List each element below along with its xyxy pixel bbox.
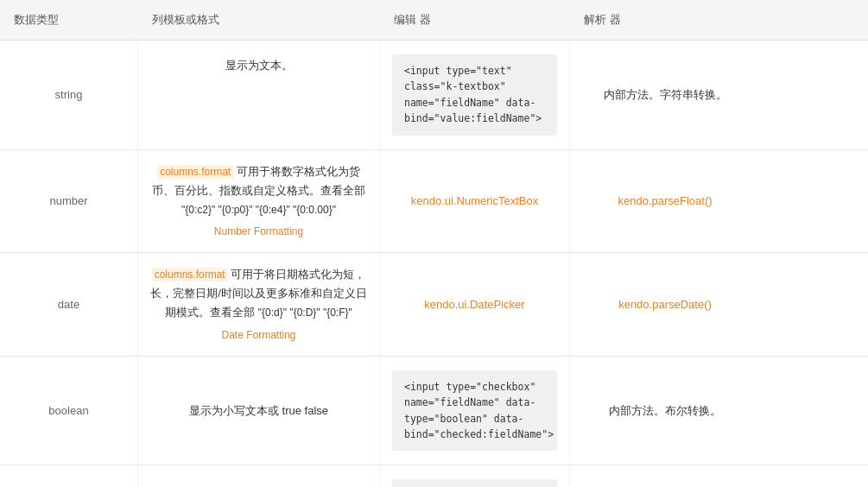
main-table: 数据类型 列模板或格式 编辑 器 解析 器 string 显示为文本。 <inp… (0, 0, 868, 487)
cell-object-template: 没有模板的数组和对象呈现为： [object Object] (138, 465, 380, 487)
object-editor-code: <input type="text" class="k-textbox" nam… (392, 479, 557, 487)
header-editor: 编辑 器 (380, 7, 570, 33)
date-format-tag[interactable]: columns.format (152, 268, 228, 281)
cell-string-type: string (0, 41, 138, 149)
header-parser: 解析 器 (570, 7, 760, 33)
table-row-string: string 显示为文本。 <input type="text" class="… (0, 41, 868, 150)
cell-boolean-type: boolean (0, 357, 138, 465)
cell-object-editor: <input type="text" class="k-textbox" nam… (380, 465, 570, 487)
string-editor-code: <input type="text" class="k-textbox" nam… (392, 54, 557, 136)
parse-float-link[interactable]: kendo.parseFloat() (618, 194, 712, 207)
cell-date-template: columns.format 可用于将日期格式化为短，长，完整日期/时间以及更多… (138, 253, 380, 356)
cell-number-editor: kendo.ui.NumericTextBox (380, 150, 570, 253)
cell-number-template: columns.format 可用于将数字格式化为货币、百分比、指数或自定义格式… (138, 150, 380, 253)
header-type: 数据类型 (0, 7, 138, 33)
table-row-object: object 没有模板的数组和对象呈现为： [object Object] <i… (0, 465, 868, 487)
header-template: 列模板或格式 (138, 7, 380, 33)
table-header: 数据类型 列模板或格式 编辑 器 解析 器 (0, 0, 868, 41)
cell-date-type: date (0, 253, 138, 356)
date-formatting-link[interactable]: Date Formatting (150, 326, 367, 344)
cell-boolean-editor: <input type="checkbox" name="fieldName" … (380, 357, 570, 465)
number-format-tag[interactable]: columns.format (157, 165, 233, 179)
cell-number-parser: kendo.parseFloat() (570, 150, 760, 253)
cell-number-type: number (0, 150, 138, 253)
datepicker-link[interactable]: kendo.ui.DatePicker (424, 298, 524, 311)
cell-date-parser: kendo.parseDate() (570, 253, 760, 356)
table-row-date: date columns.format 可用于将日期格式化为短，长，完整日期/时… (0, 253, 868, 357)
parse-date-link[interactable]: kendo.parseDate() (618, 298, 712, 311)
cell-boolean-parser: 内部方法。布尔转换。 (570, 357, 760, 465)
cell-object-type: object (0, 465, 138, 487)
cell-boolean-template: 显示为小写文本或 true false (138, 357, 380, 465)
cell-string-parser: 内部方法。字符串转换。 (570, 41, 760, 149)
cell-date-editor: kendo.ui.DatePicker (380, 253, 570, 356)
boolean-editor-code: <input type="checkbox" name="fieldName" … (392, 370, 557, 452)
table-row-number: number columns.format 可用于将数字格式化为货币、百分比、指… (0, 150, 868, 254)
numeric-textbox-link[interactable]: kendo.ui.NumericTextBox (411, 194, 538, 207)
number-formatting-link[interactable]: Number Formatting (150, 223, 367, 240)
cell-string-template: 显示为文本。 (138, 41, 380, 149)
cell-string-editor: <input type="text" class="k-textbox" nam… (380, 41, 570, 149)
cell-object-parser: 未处理。该值按原样传递。 (570, 465, 760, 487)
table-row-boolean: boolean 显示为小写文本或 true false <input type=… (0, 357, 868, 466)
